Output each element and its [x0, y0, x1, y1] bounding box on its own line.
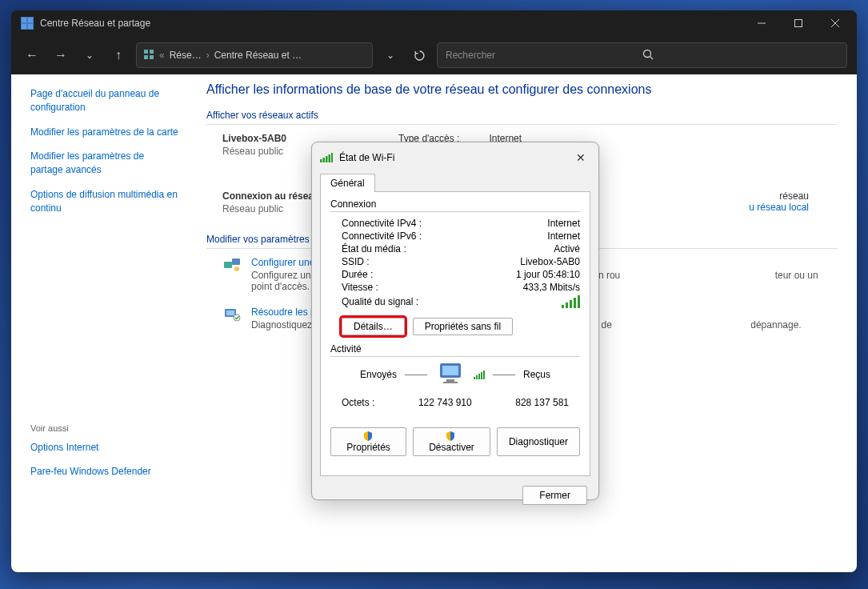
network-block: Livebox-5AB0 Réseau public	[222, 133, 286, 171]
titlebar: Centre Réseau et partage	[11, 10, 857, 36]
history-dropdown[interactable]: ⌄	[78, 44, 101, 66]
local-access-partial: réseau	[749, 190, 809, 202]
sidebar-link-streaming[interactable]: Options de diffusion multimédia en conti…	[30, 188, 179, 215]
network-name: Livebox-5AB0	[222, 133, 286, 144]
dash-icon	[493, 375, 515, 375]
speed-value: 433,3 Mbits/s	[523, 282, 580, 293]
ipv6-label: Connectivité IPv6 :	[330, 230, 422, 242]
wireless-properties-button[interactable]: Propriétés sans fil	[413, 318, 513, 335]
back-button[interactable]: ←	[21, 44, 43, 66]
dash-icon	[405, 375, 427, 375]
breadcrumb-2[interactable]: Centre Réseau et …	[214, 50, 302, 61]
sent-label: Envoyés	[360, 369, 397, 380]
sidebar: Page d'accueil du panneau de configurati…	[11, 74, 187, 572]
divider	[330, 356, 580, 357]
svg-rect-24	[331, 153, 333, 162]
close-button[interactable]	[817, 10, 854, 36]
toolbar: ← → ⌄ ↑ « Rése… › Centre Réseau et … ⌄ R…	[11, 36, 857, 74]
dialog-close-button[interactable]: ✕	[571, 148, 590, 167]
address-icon	[143, 49, 154, 62]
dialog-body: Connexion Connectivité IPv4 :Internet Co…	[320, 191, 590, 476]
svg-rect-23	[329, 154, 331, 162]
svg-rect-21	[323, 158, 326, 162]
divider	[206, 124, 838, 125]
media-state-label: État du média :	[330, 243, 406, 254]
activity-group-label: Activité	[330, 343, 580, 356]
svg-rect-2	[22, 24, 26, 29]
svg-rect-1	[28, 18, 33, 22]
maximize-button[interactable]	[780, 10, 817, 36]
svg-rect-26	[442, 366, 458, 375]
duration-value: 1 jour 05:48:10	[516, 269, 580, 280]
svg-rect-22	[326, 156, 328, 162]
local-connection-link[interactable]: u réseau local	[749, 202, 809, 213]
svg-line-13	[650, 56, 653, 59]
network-type: Réseau public	[222, 146, 286, 157]
wifi-icon	[320, 153, 333, 162]
sidebar-link-adapter[interactable]: Modifier les paramètres de la carte	[30, 126, 179, 139]
octets-sent: 122 743 910	[418, 397, 472, 408]
shield-icon	[363, 431, 373, 441]
minimize-button[interactable]	[743, 10, 780, 36]
window-title: Centre Réseau et partage	[40, 18, 743, 29]
search-placeholder: Rechercher	[446, 50, 642, 61]
svg-rect-3	[28, 24, 33, 29]
ipv4-value: Internet	[547, 218, 580, 229]
svg-rect-18	[226, 311, 234, 315]
svg-rect-11	[150, 55, 154, 59]
forward-button[interactable]: →	[50, 44, 72, 66]
address-dropdown[interactable]: ⌄	[379, 44, 402, 66]
close-dialog-button[interactable]: Fermer	[522, 486, 587, 505]
sidebar-link-internet-options[interactable]: Options Internet	[30, 441, 179, 455]
see-also-label: Voir aussi	[30, 423, 179, 433]
up-button[interactable]: ↑	[107, 44, 130, 66]
disable-button[interactable]: Désactiver	[413, 427, 490, 456]
octets-label: Octets :	[342, 397, 374, 408]
connection-group-label: Connexion	[330, 198, 580, 211]
svg-rect-14	[224, 262, 232, 268]
svg-point-16	[234, 266, 239, 271]
search-icon	[642, 49, 839, 62]
activity-diagram: Envoyés Reçus	[330, 362, 580, 387]
chevron-icon: ›	[206, 50, 210, 61]
ipv6-value: Internet	[547, 230, 580, 242]
tab-general[interactable]: Général	[320, 174, 375, 192]
octets-received: 828 137 581	[515, 397, 569, 408]
wifi-status-dialog: État de Wi-Fi ✕ Général Connexion Connec…	[311, 142, 599, 500]
diagnose-button[interactable]: Diagnostiquer	[497, 427, 580, 456]
address-bar[interactable]: « Rése… › Centre Réseau et …	[136, 42, 373, 68]
signal-small-icon	[474, 370, 485, 379]
svg-rect-20	[320, 159, 322, 162]
dialog-titlebar: État de Wi-Fi ✕	[312, 142, 598, 173]
breadcrumb-1[interactable]: Rése…	[170, 50, 202, 61]
svg-rect-0	[22, 18, 26, 22]
properties-button[interactable]: Propriétés	[330, 427, 406, 456]
svg-point-12	[643, 50, 650, 57]
svg-rect-8	[144, 50, 148, 54]
details-button[interactable]: Détails…	[342, 318, 405, 335]
refresh-button[interactable]	[408, 44, 430, 66]
setup-icon	[222, 257, 242, 273]
speed-label: Vitesse :	[330, 282, 378, 293]
signal-bars-icon	[562, 295, 580, 308]
received-label: Reçus	[523, 369, 550, 380]
ipv4-label: Connectivité IPv4 :	[330, 218, 422, 229]
search-input[interactable]: Rechercher	[437, 42, 847, 68]
ssid-value: Livebox-5AB0	[520, 256, 580, 267]
dialog-title: État de Wi-Fi	[339, 152, 571, 163]
ssid-label: SSID :	[330, 256, 370, 267]
chevron-icon: «	[159, 50, 165, 61]
shield-icon	[446, 431, 455, 441]
page-heading: Afficher les informations de base de vot…	[206, 82, 838, 97]
duration-label: Durée :	[330, 269, 373, 280]
svg-rect-28	[443, 382, 458, 383]
app-icon	[21, 17, 34, 30]
svg-rect-9	[150, 50, 154, 54]
monitor-icon	[435, 362, 466, 387]
signal-label: Qualité du signal :	[330, 296, 418, 307]
svg-rect-5	[795, 20, 802, 27]
sidebar-link-sharing[interactable]: Modifier les paramètres de partage avanc…	[30, 150, 179, 177]
sidebar-link-firewall[interactable]: Pare-feu Windows Defender	[30, 465, 179, 479]
media-state-value: Activé	[554, 243, 580, 254]
sidebar-link-home[interactable]: Page d'accueil du panneau de configurati…	[30, 87, 179, 114]
